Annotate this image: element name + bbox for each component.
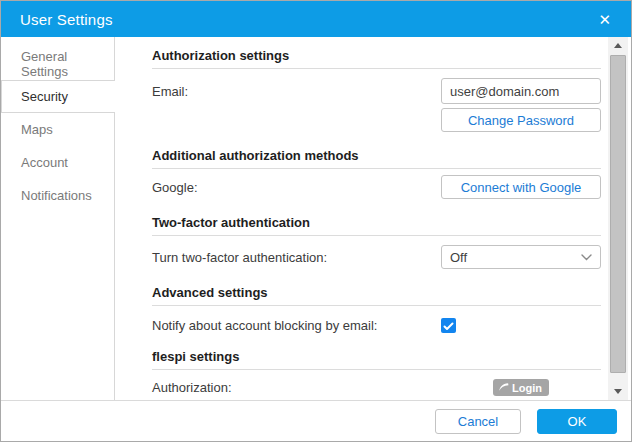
cancel-button[interactable]: Cancel — [435, 409, 521, 434]
section-title-two-factor: Two-factor authentication — [152, 215, 601, 236]
tab-account[interactable]: Account — [1, 146, 114, 179]
checkmark-icon — [443, 317, 454, 335]
security-settings-pane: Authorization settings Email: Change Pas… — [115, 37, 608, 400]
change-password-button[interactable]: Change Password — [441, 108, 601, 132]
email-row: Email: — [152, 78, 601, 104]
scrollbar-thumb[interactable] — [610, 55, 626, 373]
dialog-titlebar: User Settings ✕ — [1, 1, 631, 37]
scroll-down-button[interactable] — [608, 383, 628, 400]
chevron-down-icon — [581, 254, 592, 261]
tab-notifications[interactable]: Notifications — [1, 179, 114, 212]
section-title-additional-methods: Additional authorization methods — [152, 148, 601, 169]
google-row: Google: Connect with Google — [152, 175, 601, 199]
change-password-row: Change Password — [152, 108, 601, 132]
two-factor-select[interactable]: Off — [441, 245, 601, 269]
flespi-logo-icon — [498, 382, 509, 394]
flespi-authorization-label: Authorization: — [152, 380, 232, 395]
flespi-login-button[interactable]: Login — [493, 379, 549, 396]
two-factor-row: Turn two-factor authentication: Off — [152, 245, 601, 269]
vertical-scrollbar[interactable] — [608, 37, 628, 400]
section-title-advanced: Advanced settings — [152, 285, 601, 306]
dialog-footer: Cancel OK — [1, 400, 631, 441]
connect-google-button[interactable]: Connect with Google — [441, 175, 601, 199]
two-factor-selected-value: Off — [450, 250, 467, 265]
tab-general-settings[interactable]: General Settings — [1, 47, 114, 80]
tab-maps[interactable]: Maps — [1, 113, 114, 146]
email-control — [441, 78, 601, 104]
email-field[interactable] — [441, 78, 601, 104]
section-title-authorization: Authorization settings — [152, 48, 601, 69]
ok-button[interactable]: OK — [537, 409, 617, 434]
section-title-flespi: flespi settings — [152, 349, 601, 370]
flespi-authorization-row: Authorization: Login — [152, 379, 601, 396]
scroll-up-icon — [614, 43, 622, 48]
tab-security[interactable]: Security — [1, 80, 115, 113]
scroll-down-icon — [614, 389, 622, 394]
two-factor-label: Turn two-factor authentication: — [152, 250, 327, 265]
dialog-title: User Settings — [20, 11, 113, 28]
flespi-login-label: Login — [512, 382, 542, 394]
settings-tab-list: General Settings Security Maps Account N… — [1, 37, 115, 400]
notify-email-label: Notify about account blocking by email: — [152, 318, 377, 333]
google-label: Google: — [152, 180, 198, 195]
notify-email-row: Notify about account blocking by email: — [152, 318, 601, 333]
email-label: Email: — [152, 84, 188, 99]
user-settings-dialog: User Settings ✕ General Settings Securit… — [0, 0, 632, 442]
scroll-up-button[interactable] — [608, 37, 628, 54]
close-icon[interactable]: ✕ — [594, 8, 615, 31]
dialog-body: General Settings Security Maps Account N… — [1, 37, 631, 400]
notify-email-checkbox[interactable] — [441, 318, 456, 333]
